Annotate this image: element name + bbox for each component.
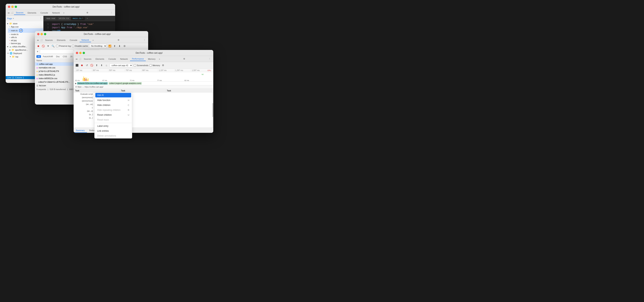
type-fetch-xhr[interactable]: Fetch/XHR	[42, 55, 54, 58]
more-tabs-2[interactable]: »	[91, 38, 95, 42]
perf-download-btn[interactable]: ⬇	[100, 63, 104, 67]
filter-input[interactable]	[40, 50, 74, 54]
memory-label-cb[interactable]: Memory	[150, 64, 160, 66]
editor-tab-appvue[interactable]: App.vue	[45, 17, 56, 20]
export-btn[interactable]: ⬇	[118, 44, 122, 48]
tab-network-1[interactable]: Network	[50, 11, 62, 15]
ctx-ask-ai[interactable]: Ask AI	[95, 93, 131, 97]
tab-sources-1[interactable]: Sources	[14, 11, 25, 15]
tab-elements-3[interactable]: Elements	[94, 57, 106, 61]
type-js[interactable]: JS	[69, 55, 74, 58]
clear-btn[interactable]: 🚫	[41, 44, 45, 48]
perf-profile-select[interactable]: coffee-cart.app #2	[110, 63, 133, 67]
type-css[interactable]: CSS	[62, 55, 68, 58]
maximize-button-3[interactable]	[83, 52, 85, 54]
editor-tab-maints[interactable]: main.ts ×	[71, 17, 85, 20]
title-bar-3: DevTools - coffee-cart.app/	[74, 50, 213, 56]
network-settings-btn[interactable]: ⚙	[123, 44, 126, 48]
ctx-link-entries[interactable]: Link entries	[94, 129, 132, 133]
more-menu-icon-2[interactable]: ⋮	[142, 38, 147, 42]
settings-icon-2[interactable]: ⚙	[116, 38, 120, 42]
minimize-button-3[interactable]	[79, 52, 82, 54]
close-button-3[interactable]	[76, 52, 78, 54]
close-button-1[interactable]	[8, 6, 10, 8]
ctx-hide-children[interactable]: Hide children C	[94, 103, 132, 108]
perf-reload-btn[interactable]: ↺	[85, 63, 89, 67]
preserve-log-label[interactable]: Preserve log	[56, 45, 71, 47]
tab-elements-1[interactable]: Elements	[26, 11, 38, 15]
more-menu-icon-3[interactable]: ⋮	[208, 57, 212, 61]
settings-icon-3[interactable]: ⚙	[182, 57, 186, 61]
more-menu-icon-1[interactable]: ⋮	[109, 11, 114, 15]
more-editor-tabs[interactable]: »	[86, 17, 89, 20]
settings-icon-1[interactable]: ⚙	[85, 11, 90, 15]
tree-item-store[interactable]: ▶ 📁 store	[6, 22, 43, 25]
filter-btn[interactable]: ▼	[46, 44, 50, 48]
minimize-button-2[interactable]	[40, 33, 43, 35]
tab-console-3[interactable]: Console	[106, 57, 118, 61]
ctx-ask-ai-label: Ask AI	[97, 94, 104, 96]
preserve-log-text: Preserve log	[59, 45, 71, 47]
tree-item-appvue[interactable]: ▪ App.vue	[8, 25, 43, 28]
throttle-select[interactable]: No throttling	[89, 44, 107, 48]
maximize-button-1[interactable]	[15, 6, 17, 8]
import-btn[interactable]: ⬆	[113, 44, 117, 48]
tab-console-2[interactable]: Console	[68, 38, 79, 42]
ctx-hide-function[interactable]: Hide function H	[94, 98, 132, 103]
close-button-2[interactable]	[37, 33, 40, 35]
disable-cache-checkbox[interactable]	[72, 45, 74, 47]
ruler-1397: 1,397 ms	[174, 69, 191, 71]
sidebar-menu-icon[interactable]: ⋮	[40, 17, 42, 20]
search-btn[interactable]: 🔍	[51, 44, 55, 48]
more-tabs-1[interactable]: »	[62, 11, 66, 15]
tab-elements-2[interactable]: Elements	[55, 38, 68, 42]
devtools-icon-1: ⚏	[7, 11, 10, 14]
more-pages-btn[interactable]: »	[13, 17, 14, 19]
perf-record-btn[interactable]: ⏺	[80, 63, 84, 67]
type-doc[interactable]: Doc	[55, 55, 61, 58]
main-tab-bar-2: ⚏ ⬜ Sources Elements Console Network » ⚙…	[35, 37, 148, 43]
record-btn[interactable]: ⏺	[36, 44, 40, 48]
tab-network-3[interactable]: Network	[118, 57, 130, 61]
editor-tab-utilsts[interactable]: utils.ts	[58, 17, 70, 20]
tab-network-2[interactable]: Network	[80, 38, 91, 42]
screenshots-label[interactable]: Screenshots	[134, 64, 148, 66]
more-tabs-3[interactable]: »	[158, 57, 161, 61]
globe-icon-deployed: 🌐	[10, 52, 12, 55]
maximize-button-2[interactable]	[44, 33, 46, 35]
tab-sources-2[interactable]: Sources	[43, 38, 54, 42]
disable-cache-text: Disable cache	[75, 45, 88, 47]
ctx-reset-trace: Reset trace	[94, 117, 132, 122]
flame-column-header: Task Task Task	[74, 89, 213, 93]
editor-tab-bar: App.vue utils.ts main.ts × »	[44, 16, 115, 21]
tab-memory-3[interactable]: Memory	[146, 57, 158, 61]
arrow-icon: ▶	[7, 23, 8, 24]
ctx-label-entry[interactable]: Label entry	[94, 124, 132, 129]
tab-console-1[interactable]: Console	[38, 11, 50, 15]
js-icon: ◈	[36, 70, 38, 72]
disable-cache-label[interactable]: Disable cache	[72, 45, 88, 47]
network-track-label: ▶	[75, 82, 77, 84]
memory-checkbox[interactable]	[150, 64, 152, 66]
perf-clear-btn[interactable]: 🚫	[90, 63, 94, 67]
tab-sources-3[interactable]: Sources	[82, 57, 93, 61]
type-all[interactable]: All	[36, 55, 41, 58]
bottom-tab-summary[interactable]: Summary	[74, 129, 87, 133]
minimize-button-1[interactable]	[11, 6, 14, 8]
ctx-reset-children[interactable]: Reset children U	[94, 113, 132, 117]
screenshots-checkbox[interactable]	[134, 64, 136, 66]
perf-settings-btn[interactable]: ⚙	[161, 63, 165, 67]
col-task-1: Task	[75, 90, 120, 92]
preserve-log-checkbox[interactable]	[56, 45, 58, 47]
close-tab-maints[interactable]: ×	[82, 17, 83, 19]
ctx-hide-children-label: Hide children	[97, 104, 110, 106]
scrollbar-track[interactable]	[212, 93, 213, 128]
perf-home-btn[interactable]: ⌂	[104, 63, 108, 67]
refresh-circle-sidebar[interactable]: ↺	[19, 29, 23, 32]
tab-performance-3[interactable]: Performance	[130, 57, 146, 61]
scrollbar-thumb[interactable]	[212, 103, 213, 117]
network-conditions-btn[interactable]: 📶	[108, 44, 112, 48]
perf-upload-btn[interactable]: ⬆	[95, 63, 98, 67]
perf-screenshot-btn[interactable]: ⬛	[75, 63, 79, 67]
tree-label-deployed: Deployed	[13, 52, 22, 54]
